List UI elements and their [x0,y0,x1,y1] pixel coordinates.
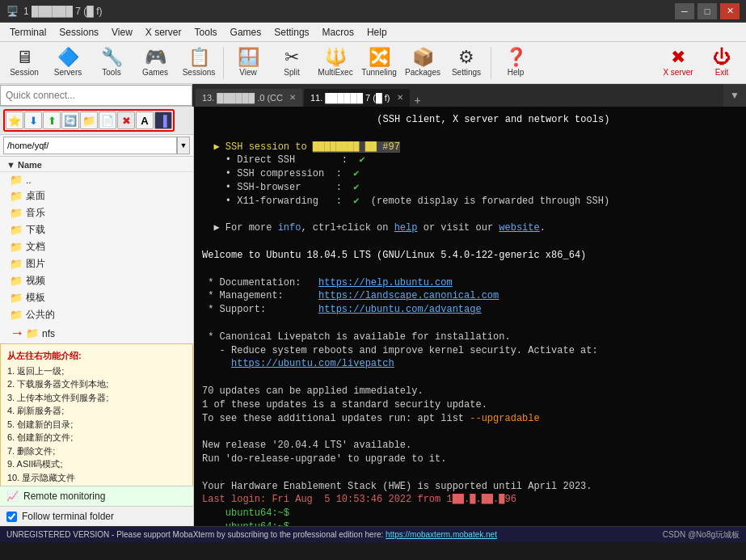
games-icon: 🎮 [145,48,166,66]
left-panel-toolbar: ⭐ ⬇ ⬆ 🔄 📁 📄 ✖ A ▐ [0,107,193,135]
list-item[interactable]: → 📁 nfs [0,323,193,343]
list-item[interactable]: 📁 视频 [0,272,193,289]
lp-home-button[interactable]: ⭐ [6,112,23,129]
menu-games[interactable]: Games [224,25,268,40]
toolbar-view-button[interactable]: 🪟 View [227,44,269,82]
follow-folder-checkbox[interactable] [6,512,17,522]
close-button[interactable]: ✕ [720,3,740,19]
split-icon: ✂ [284,48,299,66]
lp-new-folder-button[interactable]: 📁 [80,112,98,129]
toolbar-packages-button[interactable]: 📦 Packages [402,44,444,82]
list-item[interactable]: 📁 图片 [0,255,193,272]
tab-1-close[interactable]: ✕ [289,93,296,102]
folder-icon: 📁 [10,292,23,304]
toolbar-settings-button[interactable]: ⚙ Settings [445,44,487,82]
annotation-line-9: 10. 显示隐藏文件 [7,471,186,485]
remote-monitoring-button[interactable]: 📈 Remote monitoring [0,486,193,507]
menu-view[interactable]: View [105,25,139,40]
terminal-line: https://ubuntu.com/livepatch [202,357,738,371]
folder-icon: 📁 [10,241,23,253]
folder-icon: 📁 [10,258,23,270]
file-name: 音乐 [26,206,45,220]
toolbar-multiexec-button[interactable]: 🔱 MultiExec [314,44,356,82]
toolbar-highlight: ⭐ ⬇ ⬆ 🔄 📁 📄 ✖ A ▐ [3,109,175,132]
follow-folder-label: Follow terminal folder [22,511,114,522]
lp-hidden-button[interactable]: ▐ [154,112,172,129]
toolbar-multiexec-label: MultiExec [318,68,352,77]
terminal-line: New release '20.04.4 LTS' available. [202,439,738,453]
title-bar-controls: ─ □ ✕ [675,3,740,19]
lp-upload-button[interactable]: ⬆ [43,112,61,129]
lp-delete-button[interactable]: ✖ [117,112,135,129]
list-item[interactable]: 📁 音乐 [0,204,193,221]
terminal-line: • SSH compression : ✔ [202,167,738,181]
toolbar-xserver-button[interactable]: ✖ X server [657,44,699,82]
menu-sessions[interactable]: Sessions [53,25,105,40]
toolbar-exit-label: Exit [715,68,729,77]
left-panel-bottom: 📈 Remote monitoring Follow terminal fold… [0,486,193,526]
path-bar: ▼ [0,135,193,157]
tab-1-label: 13. ██████ .0 (CC [202,93,283,103]
terminal-line: 70 updates can be applied immediately. [202,385,738,398]
list-item[interactable]: 📁 下载 [0,221,193,238]
toolbar-tunneling-label: Tunneling [361,68,397,77]
toolbar-games-button[interactable]: 🎮 Games [134,44,176,82]
annotation-line-1: 1. 返回上一级; [7,364,186,378]
toolbar-tools-label: Tools [102,68,120,77]
lp-refresh-button[interactable]: 🔄 [61,112,79,129]
terminal-line: * Support: https://ubuntu.com/advantage [202,303,738,317]
status-right-text: CSDN @No8g玩城板 [663,529,740,541]
toolbar-help-button[interactable]: ❓ Help [495,44,537,82]
tab-1[interactable]: 13. ██████ .0 (CC ✕ [196,89,302,107]
annotation-line-3: 3. 上传本地文件到服务器; [7,391,186,405]
lp-ascii-button[interactable]: A [136,112,154,129]
status-bar: UNREGISTERED VERSION - Please support Mo… [0,526,746,542]
follow-terminal-folder-row[interactable]: Follow terminal folder [0,507,193,526]
quick-connect-input[interactable] [0,85,192,106]
sessions-icon: 📋 [188,48,210,66]
terminal-line: Welcome to Ubuntu 18.04.5 LTS (GNU/Linux… [202,249,738,263]
terminal-area[interactable]: (SSH client, X server and network tools)… [194,107,746,526]
minimize-button[interactable]: ─ [675,3,694,19]
toolbar-exit-button[interactable]: ⏻ Exit [701,44,743,82]
terminal-line: * Management: https://landscape.canonica… [202,289,738,303]
menu-bar: Terminal Sessions View X server Tools Ga… [0,23,746,42]
tab-2-close[interactable]: ✕ [397,93,403,102]
lp-download-button[interactable]: ⬇ [24,112,42,129]
toolbar-tools-button[interactable]: 🔧 Tools [91,44,133,82]
toolbar-split-label: Split [284,68,299,77]
tree-column-name: ▼ Name [6,160,42,170]
path-dropdown-button[interactable]: ▼ [177,137,190,154]
toolbar-sessions-button[interactable]: 📋 Sessions [178,44,220,82]
tab-2[interactable]: 11. ██████ 7 (█ f) ✕ [304,89,410,107]
file-name: 文档 [26,240,45,254]
list-item[interactable]: 📁 模板 [0,289,193,306]
menu-macros[interactable]: Macros [316,25,360,40]
tab-extra-button[interactable]: ▼ [723,84,746,107]
path-input[interactable] [3,137,177,154]
toolbar-games-label: Games [142,68,168,77]
toolbar-session-button[interactable]: 🖥 Session [3,44,45,82]
toolbar-split-button[interactable]: ✂ Split [271,44,313,82]
menu-xserver[interactable]: X server [139,25,188,40]
servers-icon: 🔷 [57,48,79,66]
toolbar-servers-button[interactable]: 🔷 Servers [47,44,89,82]
menu-help[interactable]: Help [360,25,394,40]
lp-new-file-button[interactable]: 📄 [99,112,116,129]
menu-terminal[interactable]: Terminal [3,25,53,40]
list-item[interactable]: 📁 .. [0,172,193,187]
menu-settings[interactable]: Settings [268,25,315,40]
maximize-button[interactable]: □ [698,3,717,19]
terminal-line: 1 of these updates is a standard securit… [202,398,738,412]
toolbar-tunneling-button[interactable]: 🔀 Tunneling [358,44,400,82]
status-link[interactable]: https://mobaxterm.mobatek.net [386,530,497,539]
menu-tools[interactable]: Tools [188,25,224,40]
terminal-line: • Direct SSH : ✔ [202,154,738,167]
remote-monitoring-icon: 📈 [6,491,19,502]
list-item[interactable]: 📁 桌面 [0,187,193,204]
list-item[interactable]: 📁 文档 [0,238,193,255]
list-item[interactable]: 📁 公共的 [0,306,193,323]
main-area: ⭐ ⬇ ⬆ 🔄 📁 📄 ✖ A ▐ ▼ ▼ Name 📁 .. [0,107,746,526]
tab-add-button[interactable]: + [411,94,424,107]
left-panel: ⭐ ⬇ ⬆ 🔄 📁 📄 ✖ A ▐ ▼ ▼ Name 📁 .. [0,107,194,526]
